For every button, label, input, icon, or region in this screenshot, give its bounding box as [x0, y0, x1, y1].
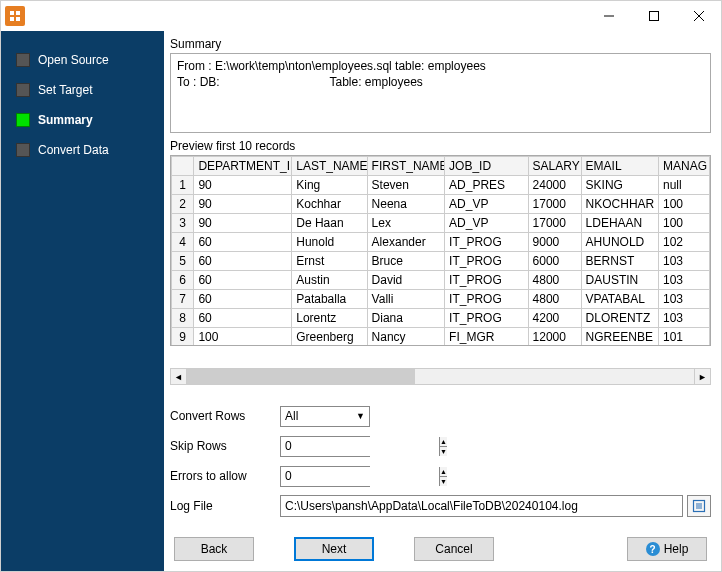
table-cell[interactable]: Kochhar: [292, 195, 367, 214]
wizard-step-summary[interactable]: Summary: [1, 105, 164, 135]
table-cell[interactable]: Steven: [367, 176, 444, 195]
wizard-step-convert-data[interactable]: Convert Data: [1, 135, 164, 165]
table-cell[interactable]: 90: [194, 195, 292, 214]
skip-rows-input[interactable]: [281, 437, 439, 456]
log-file-input[interactable]: [280, 495, 683, 517]
table-cell[interactable]: Lex: [367, 214, 444, 233]
table-cell[interactable]: 100: [659, 214, 710, 233]
table-cell[interactable]: Valli: [367, 290, 444, 309]
spin-down-icon[interactable]: ▼: [440, 447, 447, 456]
table-cell[interactable]: AD_PRES: [445, 176, 529, 195]
table-cell[interactable]: 60: [194, 271, 292, 290]
table-cell[interactable]: 100: [194, 328, 292, 346]
column-header[interactable]: DEPARTMENT_ID: [194, 157, 292, 176]
table-cell[interactable]: 4200: [528, 309, 581, 328]
table-cell[interactable]: IT_PROG: [445, 233, 529, 252]
table-cell[interactable]: 60: [194, 309, 292, 328]
table-row[interactable]: 860LorentzDianaIT_PROG4200DLORENTZ103: [172, 309, 710, 328]
table-cell[interactable]: NKOCHHAR: [581, 195, 658, 214]
table-cell[interactable]: 12000: [528, 328, 581, 346]
table-cell[interactable]: 103: [659, 290, 710, 309]
column-header[interactable]: SALARY: [528, 157, 581, 176]
column-header[interactable]: MANAG: [659, 157, 710, 176]
cancel-button[interactable]: Cancel: [414, 537, 494, 561]
table-cell[interactable]: King: [292, 176, 367, 195]
wizard-step-set-target[interactable]: Set Target: [1, 75, 164, 105]
table-row[interactable]: 760PataballaValliIT_PROG4800VPATABAL103: [172, 290, 710, 309]
table-cell[interactable]: VPATABAL: [581, 290, 658, 309]
table-cell[interactable]: 101: [659, 328, 710, 346]
table-cell[interactable]: Bruce: [367, 252, 444, 271]
table-cell[interactable]: DAUSTIN: [581, 271, 658, 290]
column-header[interactable]: JOB_ID: [445, 157, 529, 176]
errors-input[interactable]: [281, 467, 439, 486]
table-cell[interactable]: 103: [659, 252, 710, 271]
minimize-button[interactable]: [586, 2, 631, 31]
table-cell[interactable]: IT_PROG: [445, 252, 529, 271]
table-cell[interactable]: IT_PROG: [445, 271, 529, 290]
table-cell[interactable]: IT_PROG: [445, 290, 529, 309]
next-button[interactable]: Next: [294, 537, 374, 561]
table-cell[interactable]: DLORENTZ: [581, 309, 658, 328]
table-cell[interactable]: 60: [194, 290, 292, 309]
table-cell[interactable]: 24000: [528, 176, 581, 195]
column-header[interactable]: EMAIL: [581, 157, 658, 176]
table-cell[interactable]: Greenberg: [292, 328, 367, 346]
spin-up-icon[interactable]: ▲: [440, 437, 447, 447]
table-cell[interactable]: NGREENBE: [581, 328, 658, 346]
table-row[interactable]: 390De HaanLexAD_VP17000LDEHAAN100: [172, 214, 710, 233]
maximize-button[interactable]: [631, 2, 676, 31]
table-cell[interactable]: 60: [194, 252, 292, 271]
table-row[interactable]: 9100GreenbergNancyFI_MGR12000NGREENBE101: [172, 328, 710, 346]
table-cell[interactable]: 103: [659, 271, 710, 290]
help-button[interactable]: ? Help: [627, 537, 707, 561]
table-cell[interactable]: De Haan: [292, 214, 367, 233]
table-cell[interactable]: Neena: [367, 195, 444, 214]
convert-rows-select[interactable]: All ▼: [280, 406, 370, 427]
table-cell[interactable]: Lorentz: [292, 309, 367, 328]
table-cell[interactable]: Austin: [292, 271, 367, 290]
table-cell[interactable]: 17000: [528, 214, 581, 233]
scroll-thumb[interactable]: [187, 369, 415, 384]
browse-log-button[interactable]: [687, 495, 711, 517]
table-cell[interactable]: FI_MGR: [445, 328, 529, 346]
table-row[interactable]: 290KochharNeenaAD_VP17000NKOCHHAR100: [172, 195, 710, 214]
table-cell[interactable]: 6000: [528, 252, 581, 271]
table-cell[interactable]: AD_VP: [445, 214, 529, 233]
table-cell[interactable]: 4800: [528, 271, 581, 290]
table-cell[interactable]: David: [367, 271, 444, 290]
table-cell[interactable]: 9000: [528, 233, 581, 252]
table-cell[interactable]: Nancy: [367, 328, 444, 346]
table-row[interactable]: 560ErnstBruceIT_PROG6000BERNST103: [172, 252, 710, 271]
horizontal-scrollbar[interactable]: ◄ ►: [170, 368, 711, 385]
table-row[interactable]: 190KingStevenAD_PRES24000SKINGnull: [172, 176, 710, 195]
spin-up-icon[interactable]: ▲: [440, 467, 447, 477]
column-header[interactable]: LAST_NAME: [292, 157, 367, 176]
back-button[interactable]: Back: [174, 537, 254, 561]
table-cell[interactable]: 103: [659, 309, 710, 328]
table-cell[interactable]: Alexander: [367, 233, 444, 252]
column-header[interactable]: FIRST_NAME: [367, 157, 444, 176]
table-cell[interactable]: Ernst: [292, 252, 367, 271]
table-cell[interactable]: Diana: [367, 309, 444, 328]
table-cell[interactable]: 90: [194, 214, 292, 233]
scroll-left-icon[interactable]: ◄: [170, 368, 187, 385]
table-cell[interactable]: 100: [659, 195, 710, 214]
close-button[interactable]: [676, 2, 721, 31]
table-cell[interactable]: 60: [194, 233, 292, 252]
table-cell[interactable]: 4800: [528, 290, 581, 309]
table-cell[interactable]: null: [659, 176, 710, 195]
table-cell[interactable]: 102: [659, 233, 710, 252]
table-cell[interactable]: AHUNOLD: [581, 233, 658, 252]
table-cell[interactable]: AD_VP: [445, 195, 529, 214]
table-cell[interactable]: SKING: [581, 176, 658, 195]
spin-down-icon[interactable]: ▼: [440, 477, 447, 486]
table-row[interactable]: 460HunoldAlexanderIT_PROG9000AHUNOLD102: [172, 233, 710, 252]
scroll-right-icon[interactable]: ►: [694, 368, 711, 385]
table-cell[interactable]: 17000: [528, 195, 581, 214]
table-row[interactable]: 660AustinDavidIT_PROG4800DAUSTIN103: [172, 271, 710, 290]
table-cell[interactable]: LDEHAAN: [581, 214, 658, 233]
table-cell[interactable]: BERNST: [581, 252, 658, 271]
table-cell[interactable]: Hunold: [292, 233, 367, 252]
table-cell[interactable]: 90: [194, 176, 292, 195]
